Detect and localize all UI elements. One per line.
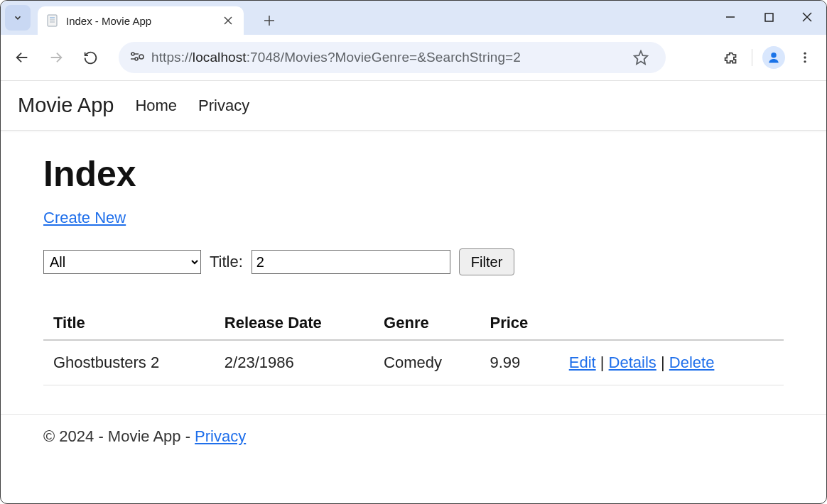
chrome-menu-button[interactable] bbox=[791, 43, 819, 72]
browser-titlebar: Index - Movie App bbox=[1, 1, 826, 35]
user-icon bbox=[767, 50, 781, 65]
cell-title: Ghostbusters 2 bbox=[43, 340, 215, 385]
brand-link[interactable]: Movie App bbox=[18, 94, 114, 117]
plus-icon bbox=[264, 15, 275, 26]
tab-title: Index - Movie App bbox=[66, 15, 221, 27]
page-favicon-icon bbox=[46, 14, 59, 27]
nav-reload-button[interactable] bbox=[76, 43, 104, 72]
svg-point-16 bbox=[131, 53, 134, 55]
genre-select[interactable]: All bbox=[43, 250, 201, 274]
url-text: https://localhost:7048/Movies?MovieGenre… bbox=[151, 50, 521, 65]
table-row: Ghostbusters 2 2/23/1986 Comedy 9.99 Edi… bbox=[43, 340, 784, 385]
title-search-input[interactable] bbox=[252, 250, 450, 274]
browser-toolbar: https://localhost:7048/Movies?MovieGenre… bbox=[1, 35, 826, 80]
th-title: Title bbox=[43, 307, 215, 340]
extensions-button[interactable] bbox=[716, 43, 745, 72]
address-bar[interactable]: https://localhost:7048/Movies?MovieGenre… bbox=[119, 42, 666, 73]
edit-link[interactable]: Edit bbox=[569, 354, 596, 371]
cell-price: 9.99 bbox=[480, 340, 559, 385]
browser-tab[interactable]: Index - Movie App bbox=[38, 6, 244, 35]
close-icon bbox=[224, 16, 232, 25]
arrow-right-icon bbox=[48, 50, 64, 65]
footer: © 2024 - Movie App - Privacy bbox=[1, 415, 826, 459]
th-release-date: Release Date bbox=[215, 307, 374, 340]
tab-close-button[interactable] bbox=[221, 13, 235, 28]
chevron-down-icon bbox=[13, 13, 23, 23]
arrow-left-icon bbox=[14, 50, 30, 65]
footer-privacy-link[interactable]: Privacy bbox=[195, 427, 246, 445]
title-label: Title: bbox=[210, 253, 243, 271]
window-maximize-button[interactable] bbox=[750, 1, 788, 33]
th-actions bbox=[559, 307, 784, 340]
svg-marker-19 bbox=[634, 51, 647, 64]
dots-vertical-icon bbox=[798, 50, 812, 65]
toolbar-divider bbox=[752, 49, 752, 66]
url-path: :7048/Movies?MovieGenre=&SearchString=2 bbox=[247, 50, 521, 65]
reload-icon bbox=[83, 50, 98, 65]
create-new-link[interactable]: Create New bbox=[43, 209, 126, 226]
window-close-button[interactable] bbox=[788, 1, 826, 33]
th-genre: Genre bbox=[374, 307, 480, 340]
svg-point-23 bbox=[804, 60, 806, 62]
filter-button[interactable]: Filter bbox=[459, 248, 514, 275]
nav-link-home[interactable]: Home bbox=[135, 97, 177, 115]
close-icon bbox=[802, 12, 812, 22]
bookmark-button[interactable] bbox=[633, 50, 649, 65]
svg-point-22 bbox=[804, 56, 806, 58]
action-separator: | bbox=[600, 354, 609, 371]
svg-point-20 bbox=[771, 53, 777, 58]
svg-rect-9 bbox=[765, 13, 773, 21]
maximize-icon bbox=[764, 13, 774, 22]
site-settings-icon[interactable] bbox=[129, 50, 144, 65]
th-price: Price bbox=[480, 307, 559, 340]
star-icon bbox=[633, 50, 649, 65]
svg-point-18 bbox=[139, 55, 144, 59]
svg-rect-0 bbox=[48, 15, 57, 26]
page-heading: Index bbox=[43, 153, 784, 195]
new-tab-button[interactable] bbox=[258, 9, 281, 32]
url-host: localhost bbox=[193, 50, 247, 65]
nav-forward-button[interactable] bbox=[42, 43, 70, 72]
cell-actions: Edit | Details | Delete bbox=[559, 340, 784, 385]
filter-form: All Title: Filter bbox=[43, 248, 784, 275]
puzzle-icon bbox=[723, 50, 738, 65]
footer-text: © 2024 - Movie App - bbox=[43, 427, 195, 445]
page-content: Movie App Home Privacy Index Create New … bbox=[1, 81, 826, 459]
details-link[interactable]: Details bbox=[609, 354, 656, 371]
profile-button[interactable] bbox=[760, 43, 788, 72]
svg-point-21 bbox=[804, 53, 806, 55]
nav-back-button[interactable] bbox=[8, 43, 36, 72]
nav-link-privacy[interactable]: Privacy bbox=[198, 97, 249, 115]
cell-genre: Comedy bbox=[374, 340, 480, 385]
delete-link[interactable]: Delete bbox=[669, 354, 715, 371]
tab-search-button[interactable] bbox=[5, 5, 31, 31]
movies-table: Title Release Date Genre Price Ghostbust… bbox=[43, 307, 784, 385]
minimize-icon bbox=[725, 12, 735, 22]
cell-release-date: 2/23/1986 bbox=[215, 340, 374, 385]
svg-point-17 bbox=[135, 57, 138, 60]
app-navbar: Movie App Home Privacy bbox=[1, 81, 826, 131]
window-minimize-button[interactable] bbox=[711, 1, 750, 33]
url-scheme: https:// bbox=[151, 50, 193, 65]
action-separator: | bbox=[661, 354, 669, 371]
